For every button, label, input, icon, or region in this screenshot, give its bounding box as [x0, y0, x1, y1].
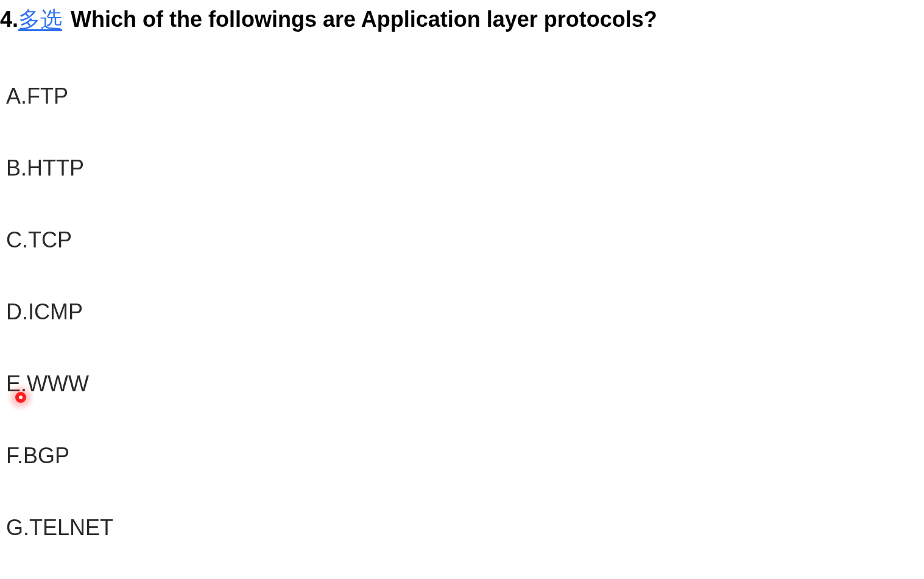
option-e[interactable]: E.WWW: [6, 371, 924, 397]
question-text: Which of the followings are Application …: [71, 7, 657, 32]
options-list: A.FTP B.HTTP C.TCP D.ICMP E.WWW F.BGP G.…: [6, 83, 924, 541]
option-label: C.: [6, 227, 28, 252]
option-d[interactable]: D.ICMP: [6, 299, 924, 325]
question-type-badge[interactable]: 多选: [18, 5, 62, 35]
option-label: E.: [6, 371, 27, 396]
option-f[interactable]: F.BGP: [6, 443, 924, 469]
option-label: G.: [6, 515, 29, 540]
question-number: 4.: [0, 7, 18, 32]
option-label: D.: [6, 299, 28, 324]
option-text: HTTP: [27, 155, 84, 180]
option-c[interactable]: C.TCP: [6, 227, 924, 253]
option-text: ICMP: [28, 299, 83, 324]
option-b[interactable]: B.HTTP: [6, 155, 924, 181]
option-text: FTP: [27, 83, 68, 108]
option-label: F.: [6, 443, 23, 468]
option-a[interactable]: A.FTP: [6, 83, 924, 109]
option-label: B.: [6, 155, 27, 180]
option-text: BGP: [23, 443, 69, 468]
option-text: WWW: [27, 371, 89, 396]
option-text: TCP: [28, 227, 72, 252]
option-label: A.: [6, 83, 27, 108]
question-header: 4. 多选 Which of the followings are Applic…: [0, 5, 924, 35]
option-g[interactable]: G.TELNET: [6, 515, 924, 541]
option-text: TELNET: [29, 515, 113, 540]
